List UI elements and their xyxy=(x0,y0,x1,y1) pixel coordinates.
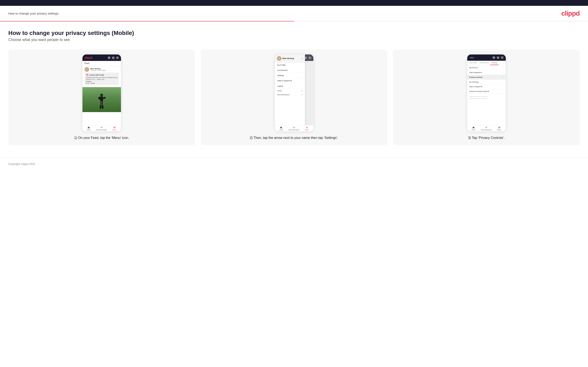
nav-menu[interactable]: Menu xyxy=(108,126,121,131)
nav-performance-2: My Performance xyxy=(287,126,301,131)
phone-2-bottom-nav: Home My Performance Menu xyxy=(275,125,313,131)
nav-menu-2[interactable]: Menu xyxy=(301,126,313,131)
step-1-caption: 1) On your Feed, tap the ‘Menu’ icon. xyxy=(74,136,129,140)
chevron-right-icon-2: › xyxy=(503,71,504,73)
settings-item-label: Data Integrations xyxy=(469,72,482,73)
dropdown-section-home[interactable]: Home ∨ xyxy=(275,89,305,93)
dropdown-user-row[interactable]: B Blair McHarg ∧ xyxy=(275,54,305,63)
nav-home-label-3: Home xyxy=(472,129,476,131)
header-title: How to change your privacy settings xyxy=(8,12,59,15)
settings-item-myaccount[interactable]: My Account › xyxy=(467,65,506,70)
dropdown-overlay: B Blair McHarg ∧ My Profile Connections … xyxy=(275,54,313,131)
nav-menu-label-2: Menu xyxy=(305,129,309,131)
dropdown-item-logout[interactable]: Logout xyxy=(275,83,305,89)
main-content: How to change your privacy settings (Mob… xyxy=(0,21,588,158)
svg-point-23 xyxy=(493,57,494,58)
lesson-desc: Looking to feel like my hands are exitin… xyxy=(86,76,117,80)
settings-item-help[interactable]: Help & Support ⧉ xyxy=(467,84,506,89)
search-icon xyxy=(108,56,111,59)
svg-rect-6 xyxy=(100,96,103,101)
step-2-card: clippd xyxy=(201,50,387,145)
dropdown-item-connections[interactable]: Connections xyxy=(275,68,305,73)
svg-rect-11 xyxy=(100,105,101,109)
lesson-icon xyxy=(86,74,88,76)
person-icon-3 xyxy=(497,56,500,59)
settings-item-label: Service & Privacy Policy ⧉ xyxy=(469,91,489,92)
settings-item-service[interactable]: Service & Privacy Policy ⧉ xyxy=(467,89,506,94)
svg-rect-12 xyxy=(102,105,104,109)
avatar: B xyxy=(85,67,89,72)
gear-icon xyxy=(116,56,119,59)
menu-icon xyxy=(113,126,116,129)
tab-my-profile[interactable]: My Profile xyxy=(468,61,478,65)
person-icon xyxy=(112,56,115,59)
svg-rect-10 xyxy=(102,101,103,106)
settings-item-label: My Golf Bag xyxy=(469,81,478,83)
chevron-down-icon-2: ∨ xyxy=(302,94,303,96)
settings-footer-text: Clippd Client Version: 2022.8.3-3 GQL Se… xyxy=(469,96,504,100)
svg-line-1 xyxy=(109,58,110,58)
nav-home-label: Home xyxy=(87,129,91,131)
tab-connections[interactable]: Connections xyxy=(478,61,490,65)
nav-performance-label-3: My Performance xyxy=(481,129,492,131)
svg-line-24 xyxy=(494,58,494,58)
settings-footer: Clippd Client Version: 2022.8.3-3 GQL Se… xyxy=(467,94,506,101)
settings-list: My Account › Data Integrations › Privacy… xyxy=(467,65,506,94)
steps-container: clippd Feed xyxy=(8,50,580,145)
tab-settings[interactable]: Settings xyxy=(490,61,499,65)
chevron-down-icon: ∨ xyxy=(302,90,303,92)
lesson-title: Lesson with Fordy xyxy=(89,74,104,76)
dropdown-item-myprofile[interactable]: My Profile xyxy=(275,63,305,68)
phone-3-bottom-nav: Home My Performance Menu xyxy=(467,125,506,131)
lesson-icon-row: Lesson with Fordy xyxy=(86,74,117,76)
step-2-phone: clippd xyxy=(275,54,313,131)
dropdown-panel: B Blair McHarg ∧ My Profile Connections … xyxy=(275,54,305,131)
nav-performance-label-2: My Performance xyxy=(289,129,299,131)
nav-home-label-2: Home xyxy=(279,129,283,131)
step-1-phone: clippd Feed xyxy=(82,54,121,131)
phone-1-icons xyxy=(108,56,119,59)
settings-item-label: Help & Support ⧉ xyxy=(469,86,482,88)
phone-3-header: ‹ Back xyxy=(467,54,506,61)
nav-menu-label: Menu xyxy=(113,129,116,131)
settings-item-privacy[interactable]: Privacy Controls › xyxy=(467,75,506,80)
svg-rect-7 xyxy=(98,97,100,100)
blurred-content xyxy=(305,54,313,131)
phone-3-icons xyxy=(493,56,504,59)
nav-home-2: Home xyxy=(275,126,288,131)
dropdown-item-settings[interactable]: Settings xyxy=(275,73,305,78)
home-icon-3 xyxy=(472,126,475,129)
svg-rect-8 xyxy=(103,97,106,99)
svg-point-3 xyxy=(117,57,118,58)
page-footer: Copyright Clippd 2022 xyxy=(0,158,588,170)
chevron-right-icon-4: › xyxy=(503,81,504,83)
home-icon xyxy=(87,126,90,129)
dropdown-username: B Blair McHarg xyxy=(277,56,294,61)
svg-rect-9 xyxy=(100,101,101,106)
settings-item-label: My Account xyxy=(469,67,478,69)
lesson-duration: Duration xyxy=(86,81,117,82)
nav-menu-3[interactable]: Menu xyxy=(493,126,506,131)
post-date: Yesterday · Sunningdale xyxy=(90,70,106,71)
nav-home: Home xyxy=(82,126,95,131)
settings-tabs: My Profile Connections Settings xyxy=(467,61,506,65)
svg-point-0 xyxy=(108,57,109,58)
dropdown-section-performance[interactable]: My Performance ∨ xyxy=(275,93,305,97)
phone-1-header: clippd xyxy=(82,54,121,61)
back-button[interactable]: ‹ Back xyxy=(469,57,474,59)
post-author: Blair McHarg xyxy=(90,68,106,70)
nav-performance: My Performance xyxy=(95,126,108,131)
step-3-caption: 3) Tap ‘Privacy Controls’. xyxy=(468,136,505,140)
performance-icon-3 xyxy=(485,126,488,129)
step-3-card: ‹ Back My Profile xyxy=(393,50,580,145)
feed-tab: Feed xyxy=(82,61,121,66)
dropdown-item-help[interactable]: Help & Support ⧉ xyxy=(275,78,305,83)
step-1-card: clippd Feed xyxy=(8,50,195,145)
nav-menu-label-3: Menu xyxy=(497,129,501,131)
phone-1-logo: clippd xyxy=(85,56,92,59)
settings-item-golfbag[interactable]: My Golf Bag › xyxy=(467,80,506,84)
settings-item-data[interactable]: Data Integrations › xyxy=(467,70,506,75)
top-bar xyxy=(0,0,588,6)
copyright-text: Copyright Clippd 2022 xyxy=(8,162,35,166)
performance-icon-2 xyxy=(293,126,295,129)
